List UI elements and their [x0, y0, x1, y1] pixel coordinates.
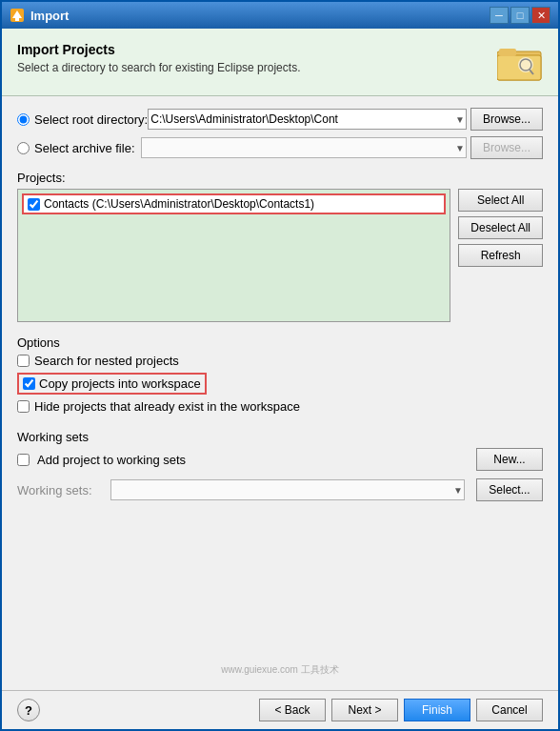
page-subtitle: Select a directory to search for existin…	[17, 61, 300, 74]
working-sets-combo-wrapper: ▼	[110, 479, 465, 500]
copy-projects-checkbox[interactable]	[23, 377, 35, 390]
add-project-checkbox[interactable]	[17, 454, 30, 466]
projects-area: Contacts (C:\Users\Administrator\Desktop…	[17, 189, 543, 322]
root-directory-label[interactable]: Select root directory:	[17, 112, 148, 127]
window-title: Import	[30, 9, 69, 23]
project-buttons: Select All Deselect All Refresh	[458, 189, 543, 267]
working-sets-section: Working sets Add project to working sets…	[17, 430, 543, 509]
project-name: Contacts (C:\Users\Administrator\Desktop…	[44, 197, 314, 211]
search-nested-row: Search for nested projects	[17, 354, 543, 368]
title-controls: ─ □ ✕	[490, 7, 550, 24]
help-button[interactable]: ?	[17, 699, 40, 721]
working-sets-combo	[110, 479, 465, 500]
archive-file-combo-wrapper: ▼	[141, 137, 467, 158]
window-icon	[10, 8, 25, 23]
close-button[interactable]: ✕	[531, 7, 550, 24]
search-nested-label: Search for nested projects	[34, 354, 179, 368]
projects-section: Projects: Contacts (C:\Users\Administrat…	[17, 171, 543, 322]
browse-archive-button[interactable]: Browse...	[470, 136, 543, 159]
main-section: Select root directory: C:\Users\Administ…	[2, 96, 558, 690]
search-nested-checkbox[interactable]	[17, 355, 30, 367]
working-sets-combo-row: Working sets: ▼ Select...	[17, 478, 543, 501]
project-checkbox[interactable]	[28, 198, 40, 211]
select-working-set-button[interactable]: Select...	[476, 478, 543, 501]
new-working-set-button[interactable]: New...	[476, 448, 543, 471]
copy-projects-label: Copy projects into workspace	[39, 376, 201, 391]
svg-rect-7	[499, 49, 516, 56]
copy-projects-highlight: Copy projects into workspace	[17, 373, 207, 395]
options-section: Options Search for nested projects Copy …	[17, 335, 543, 418]
maximize-button[interactable]: □	[510, 7, 530, 24]
footer-left: ?	[17, 699, 40, 721]
minimize-button[interactable]: ─	[490, 7, 509, 24]
page-title: Import Projects	[17, 42, 300, 57]
root-directory-combo-wrapper: C:\Users\Administrator\Desktop\Cont ▼	[148, 109, 467, 130]
browse-root-button[interactable]: Browse...	[470, 108, 543, 131]
hide-projects-checkbox[interactable]	[17, 400, 30, 413]
next-button[interactable]: Next >	[331, 699, 398, 721]
root-directory-row: Select root directory: C:\Users\Administ…	[17, 108, 543, 131]
root-directory-combo[interactable]: C:\Users\Administrator\Desktop\Cont	[148, 109, 467, 130]
working-sets-field-label: Working sets:	[17, 483, 103, 497]
header-section: Import Projects Select a directory to se…	[2, 29, 558, 96]
hide-projects-label: Hide projects that already exist in the …	[34, 399, 300, 414]
footer: ? < Back Next > Finish Cancel	[2, 690, 558, 729]
header-text: Import Projects Select a directory to se…	[17, 42, 300, 74]
finish-button[interactable]: Finish	[404, 699, 470, 721]
import-window: Import ─ □ ✕ Import Projects Select a di…	[0, 0, 560, 731]
title-bar: Import ─ □ ✕	[2, 2, 558, 29]
working-sets-label: Working sets	[17, 430, 543, 444]
hide-projects-row: Hide projects that already exist in the …	[17, 399, 543, 414]
add-project-label: Add project to working sets	[37, 453, 186, 467]
cancel-button[interactable]: Cancel	[476, 699, 543, 721]
archive-file-row: Select archive file: ▼ Browse...	[17, 136, 543, 159]
add-project-row: Add project to working sets New...	[17, 448, 543, 471]
watermark: www.guiexue.com 工具技术	[17, 661, 543, 679]
folder-icon	[497, 44, 543, 82]
footer-right: < Back Next > Finish Cancel	[259, 699, 543, 721]
projects-list[interactable]: Contacts (C:\Users\Administrator\Desktop…	[17, 189, 450, 322]
root-directory-radio[interactable]	[17, 113, 30, 126]
refresh-button[interactable]: Refresh	[458, 244, 543, 267]
projects-label: Projects:	[17, 171, 543, 185]
title-bar-left: Import	[10, 8, 69, 23]
select-all-button[interactable]: Select All	[458, 189, 543, 212]
copy-projects-row: Copy projects into workspace	[17, 373, 543, 395]
deselect-all-button[interactable]: Deselect All	[458, 216, 543, 239]
svg-rect-2	[15, 17, 19, 21]
list-item: Contacts (C:\Users\Administrator\Desktop…	[22, 193, 446, 214]
archive-file-combo	[141, 137, 467, 158]
archive-file-radio[interactable]	[17, 142, 30, 154]
archive-file-label[interactable]: Select archive file:	[17, 141, 141, 155]
back-button[interactable]: < Back	[259, 699, 326, 721]
options-label: Options	[17, 335, 543, 350]
